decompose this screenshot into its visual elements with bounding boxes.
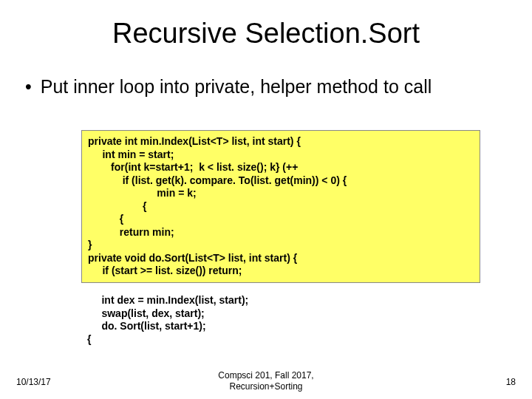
code-line: if (start >= list. size()) return; [88, 265, 474, 278]
code-below: int dex = min.Index(list, start); swap(l… [81, 294, 480, 346]
code-line: int min = start; [88, 149, 474, 162]
code-line: for(int k=start+1; k < list. size(); k} … [88, 161, 474, 174]
slide-title: Recursive Selection.Sort [0, 18, 532, 50]
code-line: { [88, 213, 474, 226]
code-line: private void do.Sort(List<T> list, int s… [88, 252, 474, 265]
code-line: swap(list, dex, start); [87, 307, 474, 321]
slide-bullet: Put inner loop into private, helper meth… [25, 76, 532, 98]
code-line: if (list. get(k). compare. To(list. get(… [88, 174, 474, 188]
code-line: private int min.Index(List<T> list, int … [88, 135, 474, 149]
code-line: int dex = min.Index(list, start); [87, 294, 474, 307]
code-line: { [88, 200, 474, 214]
footer-center-line2: Recursion+Sorting [229, 381, 302, 392]
code-box: private int min.Index(List<T> list, int … [81, 130, 480, 283]
footer-center: Compsci 201, Fall 2017, Recursion+Sortin… [0, 370, 532, 392]
footer-center-line1: Compsci 201, Fall 2017, [218, 370, 313, 381]
code-line: } [88, 239, 474, 252]
code-line: return min; [88, 226, 474, 239]
code-line: { [87, 333, 474, 347]
footer-page-number: 18 [506, 377, 516, 387]
code-line: min = k; [88, 187, 474, 200]
code-line: do. Sort(list, start+1); [87, 320, 474, 333]
